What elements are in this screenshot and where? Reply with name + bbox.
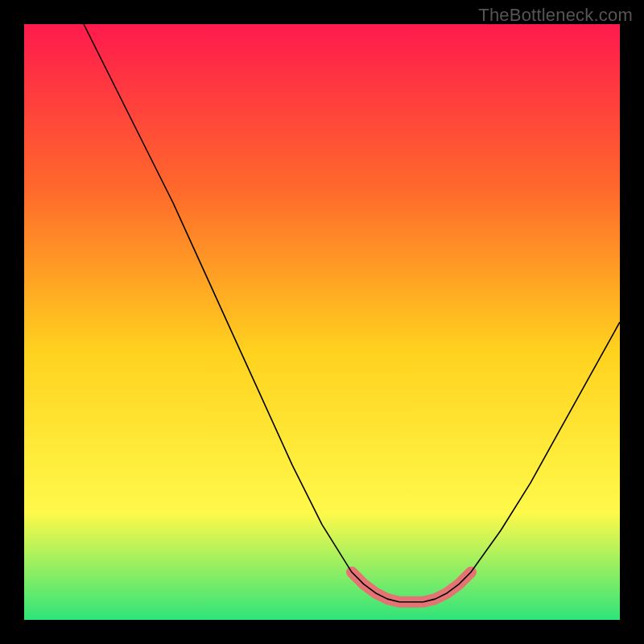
chart-svg [24, 24, 620, 620]
plot-area [24, 24, 620, 620]
watermark-text: TheBottleneck.com [478, 5, 633, 26]
gradient-background [24, 24, 620, 620]
chart-frame: TheBottleneck.com [0, 0, 644, 644]
